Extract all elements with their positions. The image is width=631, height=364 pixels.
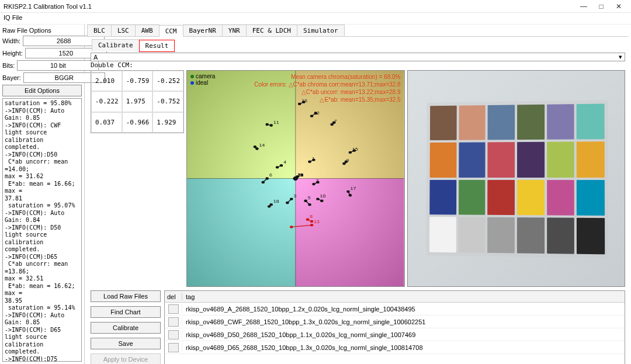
tab-awb[interactable]: AWB <box>135 25 160 36</box>
svg-text:11: 11 <box>273 120 279 124</box>
chromaticity-chart: 123456789101112131415161718192021222324 … <box>186 70 405 287</box>
svg-point-17 <box>286 202 289 204</box>
ccm-matrix: 2.010-0.759-0.252-0.2221.975-0.7520.037-… <box>91 70 184 133</box>
minimize-icon[interactable]: — <box>575 2 592 11</box>
svg-text:13: 13 <box>314 220 320 224</box>
svg-text:2: 2 <box>316 179 319 183</box>
file-table: del tag rkisp_ov4689_A_2688_1520_10bpp_1… <box>164 290 625 364</box>
chart-legend: camera ideal <box>190 73 215 86</box>
svg-point-102 <box>294 177 297 179</box>
delete-row-button[interactable] <box>168 343 179 352</box>
svg-point-22 <box>280 164 283 167</box>
log-textarea[interactable]: saturation = 95.80% ->INFO(CCM): Auto Ga… <box>2 98 82 362</box>
table-row[interactable]: rkisp_ov4689_D50_2688_1520_10bpp_1.1x_0.… <box>165 328 625 341</box>
delete-row-button[interactable] <box>168 330 179 339</box>
tab-lsc[interactable]: LSC <box>111 25 136 36</box>
svg-text:17: 17 <box>351 186 356 191</box>
load-raw-button[interactable]: Load Raw Files <box>91 290 161 302</box>
tab-fec-ldch[interactable]: FEC & LDCH <box>246 25 297 36</box>
right-pane: BLCLSCAWBCCMBayerNRYNRFEC & LDCHSimulato… <box>85 25 631 364</box>
tab-simulator[interactable]: Simulator <box>297 25 345 36</box>
svg-text:18: 18 <box>273 199 279 204</box>
subtab-calibrate[interactable]: Calibrate <box>92 39 140 51</box>
table-header-del: del <box>165 293 182 300</box>
svg-text:15: 15 <box>352 147 358 152</box>
svg-point-38 <box>306 219 309 221</box>
illuminant-dropdown[interactable]: A▾ <box>91 53 625 61</box>
svg-point-58 <box>310 224 313 226</box>
svg-point-50 <box>269 124 272 126</box>
sub-tabs: CalibrateResult <box>87 37 629 53</box>
double-ccm-label: Double CCM: <box>87 61 629 69</box>
calibrate-button[interactable]: Calibrate <box>91 322 161 334</box>
table-row[interactable]: rkisp_ov4689_CWF_2688_1520_10bpp_1.3x_0.… <box>165 316 625 328</box>
svg-point-66 <box>349 151 352 154</box>
find-chart-button[interactable]: Find Chart <box>91 306 161 318</box>
svg-point-57 <box>290 226 293 228</box>
svg-point-74 <box>346 190 349 193</box>
left-pane: Raw File Options Width: Height: Bits: Ba… <box>0 25 85 364</box>
save-button[interactable]: Save <box>91 338 161 349</box>
svg-point-46 <box>316 197 319 200</box>
maximize-icon[interactable]: □ <box>592 2 610 11</box>
svg-point-25 <box>308 203 311 206</box>
edit-options-button[interactable]: Edit Options <box>2 85 82 96</box>
svg-point-49 <box>265 123 268 126</box>
main-tabs: BLCLSCAWBCCMBayerNRYNRFEC & LDCHSimulato… <box>87 25 629 37</box>
tab-blc[interactable]: BLC <box>87 25 112 36</box>
svg-text:7: 7 <box>334 119 337 124</box>
svg-text:3: 3 <box>294 193 297 198</box>
svg-text:1: 1 <box>312 157 315 161</box>
svg-point-14 <box>312 183 315 185</box>
svg-point-42 <box>342 162 345 165</box>
subtab-result[interactable]: Result <box>139 40 175 52</box>
svg-text:8: 8 <box>310 214 313 219</box>
svg-text:10: 10 <box>320 193 326 198</box>
apply-device-button[interactable]: Apply to Device <box>91 353 161 364</box>
svg-point-78 <box>269 203 272 206</box>
raw-options-legend: Raw File Options <box>2 27 82 34</box>
svg-point-45 <box>320 200 323 202</box>
svg-text:4: 4 <box>283 160 287 165</box>
tab-ynr[interactable]: YNR <box>222 25 247 36</box>
svg-point-37 <box>310 220 313 223</box>
svg-text:5: 5 <box>308 196 311 200</box>
preview-image <box>407 70 626 287</box>
svg-text:6: 6 <box>269 173 273 178</box>
menu-iq-file[interactable]: IQ File <box>4 14 22 21</box>
svg-point-34 <box>330 123 333 126</box>
svg-point-26 <box>304 200 307 202</box>
chart-info: Mean camera chroma(saturation) = 68.0% C… <box>254 73 400 103</box>
svg-text:14: 14 <box>259 143 265 148</box>
svg-point-73 <box>349 194 352 196</box>
delete-row-button[interactable] <box>168 304 179 314</box>
svg-text:9: 9 <box>346 158 349 163</box>
svg-text:12: 12 <box>314 110 320 115</box>
title-bar: RKISP2.1 Calibration Tool v1.1 — □ ✕ <box>0 0 631 13</box>
svg-point-18 <box>290 197 293 200</box>
menu-bar: IQ File <box>0 13 631 25</box>
svg-point-10 <box>308 161 311 163</box>
svg-point-29 <box>262 181 265 183</box>
chevron-down-icon: ▾ <box>619 53 622 61</box>
svg-point-54 <box>310 115 313 117</box>
svg-point-30 <box>265 177 268 179</box>
svg-point-62 <box>255 147 258 150</box>
table-header-tag: tag <box>182 293 625 300</box>
window-title: RKISP2.1 Calibration Tool v1.1 <box>4 3 575 10</box>
svg-point-21 <box>276 166 279 168</box>
tab-ccm[interactable]: CCM <box>159 25 183 37</box>
tab-bayernr[interactable]: BayerNR <box>183 25 223 36</box>
svg-text:24: 24 <box>297 173 303 178</box>
table-row[interactable]: rkisp_ov4689_D65_2688_1520_10bpp_1.3x_0.… <box>165 341 625 354</box>
close-icon[interactable]: ✕ <box>610 2 627 11</box>
delete-row-button[interactable] <box>168 317 179 327</box>
table-row[interactable]: rkisp_ov4689_A_2688_1520_10bpp_1.2x_0.02… <box>165 303 625 316</box>
